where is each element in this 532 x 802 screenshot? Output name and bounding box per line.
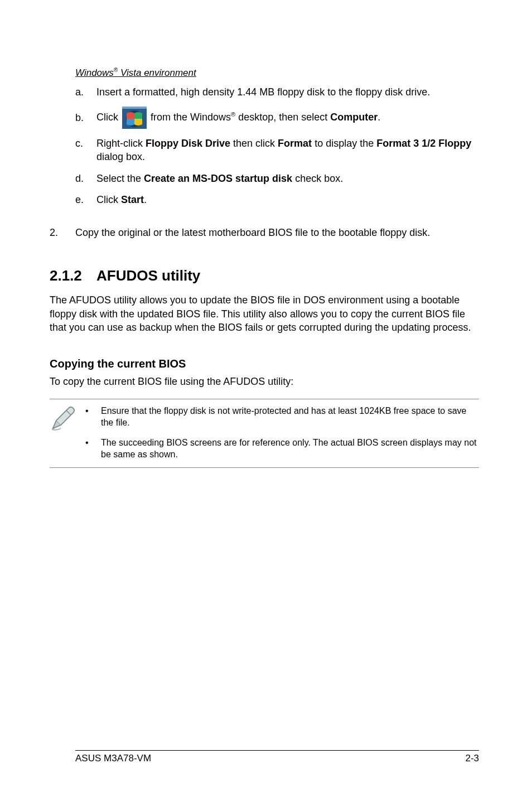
vista-heading: Windows® Vista environment	[75, 67, 479, 79]
copying-heading: Copying the current BIOS	[50, 357, 479, 370]
svg-rect-1	[122, 107, 147, 109]
list-content: Copy the original or the latest motherbo…	[75, 226, 479, 239]
vista-list: a. Insert a formatted, high density 1.44…	[75, 85, 479, 206]
t: then click	[230, 138, 278, 149]
list-item-2: 2. Copy the original or the latest mothe…	[50, 226, 479, 239]
t: dialog box.	[96, 151, 145, 162]
text-pre: Click	[96, 112, 121, 123]
t: Floppy Disk Drive	[146, 138, 230, 149]
t: Format	[278, 138, 312, 149]
t: Right-click	[96, 138, 146, 149]
outer-list: 2. Copy the original or the latest mothe…	[50, 226, 479, 239]
note-block: • Ensure that the floppy disk is not wri…	[50, 399, 479, 468]
t: to display the	[312, 138, 376, 149]
text-bold: Computer	[330, 112, 378, 123]
text-sup: ®	[231, 111, 235, 118]
list-item-c: c. Right-click Floppy Disk Drive then cl…	[75, 137, 479, 164]
list-marker: 2.	[50, 226, 75, 239]
list-marker: a.	[75, 85, 96, 99]
afudos-paragraph: The AFUDOS utility allows you to update …	[50, 293, 479, 334]
t: check box.	[292, 173, 343, 184]
list-marker: b.	[75, 111, 96, 124]
afudos-heading: 2.1.2 AFUDOS utility	[50, 267, 479, 284]
list-marker: c.	[75, 137, 96, 150]
t: Format 3 1/2 Floppy	[376, 138, 471, 149]
list-content: Insert a formatted, high density 1.44 MB…	[96, 85, 479, 99]
list-item-b: b. Click from the Windows® desktop, then…	[75, 107, 479, 129]
heading-number: 2.1.2	[50, 267, 96, 284]
list-item-e: e. Click Start.	[75, 193, 479, 206]
list-content: Right-click Floppy Disk Drive then click…	[96, 137, 479, 164]
heading-title: AFUDOS utility	[96, 267, 200, 284]
t: Select the	[96, 173, 144, 184]
list-content: Select the Create an MS-DOS startup disk…	[96, 172, 479, 185]
note-content: • Ensure that the floppy disk is not wri…	[85, 405, 479, 461]
note-item-1: • Ensure that the floppy disk is not wri…	[85, 405, 479, 429]
bullet-dot: •	[85, 405, 101, 429]
copying-intro: To copy the current BIOS file using the …	[50, 375, 479, 388]
text-post-pre: from the Windows	[148, 112, 231, 123]
bullet-dot: •	[85, 437, 101, 461]
list-item-d: d. Select the Create an MS-DOS startup d…	[75, 172, 479, 185]
text-post-post: desktop, then select	[235, 112, 330, 123]
pencil-note-icon	[50, 405, 85, 433]
text-tail: .	[378, 112, 380, 123]
t: Start	[121, 194, 144, 205]
list-marker: e.	[75, 193, 96, 206]
note-text: The succeeding BIOS screens are for refe…	[101, 437, 479, 461]
list-content: Click Start.	[96, 193, 479, 206]
page-footer: ASUS M3A78-VM 2-3	[75, 750, 479, 764]
t: .	[144, 194, 147, 205]
list-marker: d.	[75, 172, 96, 185]
list-item-a: a. Insert a formatted, high density 1.44…	[75, 85, 479, 99]
footer-right: 2-3	[465, 753, 479, 764]
vista-heading-post: Vista environment	[118, 67, 196, 78]
t: Click	[96, 194, 121, 205]
note-text: Ensure that the floppy disk is not write…	[101, 405, 479, 429]
vista-heading-pre: Windows	[75, 67, 114, 78]
list-content: Click from the Windows® desktop, then se…	[96, 107, 479, 129]
footer-left: ASUS M3A78-VM	[75, 753, 151, 764]
note-item-2: • The succeeding BIOS screens are for re…	[85, 437, 479, 461]
windows-start-icon	[122, 107, 147, 129]
t: Create an MS-DOS startup disk	[144, 173, 292, 184]
